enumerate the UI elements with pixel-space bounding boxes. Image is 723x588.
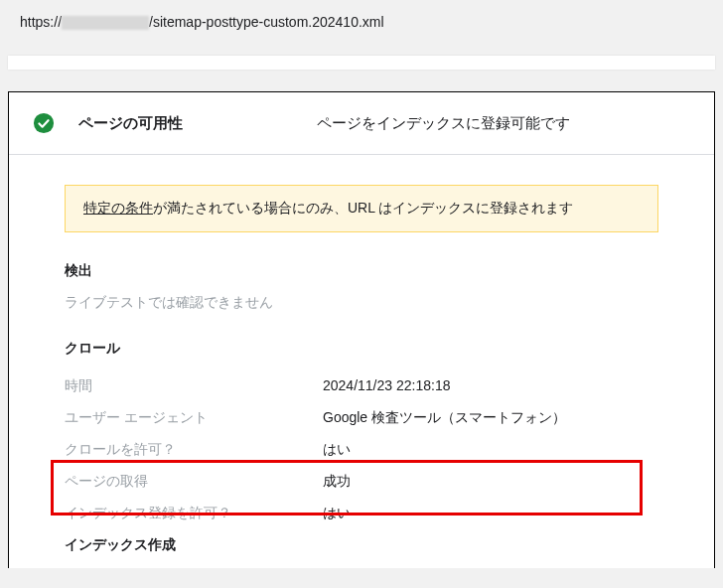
indexing-section-title: インデックス作成 (65, 536, 658, 554)
crawl-val: はい (323, 505, 351, 522)
crawl-key: クロールを許可？ (65, 441, 323, 459)
crawl-row-allow: クロールを許可？ はい (65, 441, 658, 459)
crawl-val: 成功 (323, 473, 351, 491)
card-header[interactable]: ページの可用性 ページをインデックスに登録可能です (9, 92, 714, 155)
conditional-index-notice: 特定の条件が満たされている場合にのみ、URL はインデックスに登録されます (65, 185, 658, 232)
crawl-row-fetch: ページの取得 成功 (65, 473, 658, 491)
svg-point-0 (34, 113, 54, 133)
crawl-val: Google 検査ツール（スマートフォン） (323, 409, 566, 427)
crawl-val: はい (323, 441, 351, 459)
crawl-key: 時間 (65, 377, 323, 395)
top-strip (8, 56, 715, 70)
crawl-key: ユーザー エージェント (65, 409, 323, 427)
page-availability-title: ページの可用性 (78, 114, 317, 133)
crawl-key: ページの取得 (65, 473, 323, 491)
crawl-row-index-allow: インデックス登録を許可？ はい (65, 505, 658, 522)
page-availability-status: ページをインデックスに登録可能です (317, 114, 570, 133)
checkmark-circle-icon (33, 112, 55, 134)
crawl-val: 2024/11/23 22:18:18 (323, 377, 450, 393)
inspection-card: ページの可用性 ページをインデックスに登録可能です 特定の条件が満たされている場… (8, 91, 715, 568)
url-suffix: /sitemap-posttype-custom.202410.xml (149, 14, 384, 30)
url-bar: https:///sitemap-posttype-custom.202410.… (0, 0, 723, 44)
notice-rest: が満たされている場合にのみ、URL はインデックスに登録されます (153, 200, 573, 216)
crawl-section-title: クロール (65, 340, 658, 358)
discovery-section-title: 検出 (65, 262, 658, 280)
url-masked-segment (62, 16, 149, 30)
details-block: 特定の条件が満たされている場合にのみ、URL はインデックスに登録されます 検出… (9, 155, 714, 554)
discovery-message: ライブテストでは確認できません (65, 294, 658, 312)
crawl-key: インデックス登録を許可？ (65, 505, 323, 522)
notice-underlined: 特定の条件 (83, 200, 153, 216)
crawl-row-agent: ユーザー エージェント Google 検査ツール（スマートフォン） (65, 409, 658, 427)
url-prefix: https:// (20, 14, 62, 30)
crawl-row-time: 時間 2024/11/23 22:18:18 (65, 377, 658, 395)
